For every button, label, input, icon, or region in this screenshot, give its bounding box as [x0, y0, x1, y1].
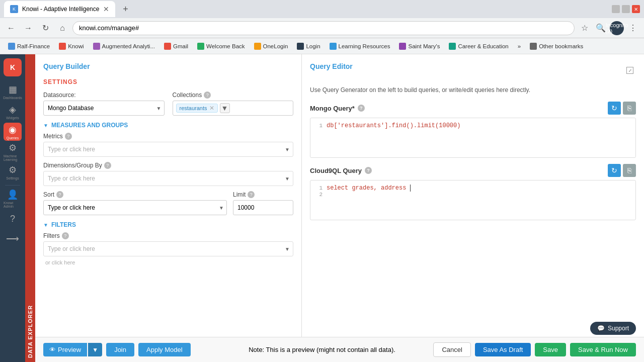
apply-model-button[interactable]: Apply Model	[138, 343, 191, 356]
bookmark-gmail[interactable]: Gmail	[160, 41, 192, 51]
sidebar-icon-settings[interactable]: ⚙ Settings	[4, 163, 22, 181]
query-builder-title: Query Builder	[43, 62, 293, 70]
queries-icon: ◉	[9, 124, 17, 135]
bottom-left-actions: 👁 Preview ▼ Join Apply Model	[43, 343, 191, 356]
dimensions-group: Dimensions/Group By ? Type or click here…	[43, 162, 293, 186]
filters-section-header[interactable]: ▼ FILTERS	[43, 221, 293, 228]
cloud9ql-code-line: 1 select grades, address	[314, 185, 631, 192]
collections-help-icon[interactable]: ?	[204, 92, 211, 99]
bookmark-saint-marys[interactable]: Saint Mary's	[395, 41, 444, 51]
join-button[interactable]: Join	[106, 343, 134, 356]
tab-favicon: K	[10, 5, 18, 13]
bookmark-augmented[interactable]: Augmented Analyti...	[89, 41, 159, 51]
sort-select[interactable]: Type or click here	[43, 200, 227, 215]
or-click-here-hint: or click here	[43, 259, 293, 265]
bookmark-onelogin[interactable]: OneLogin	[250, 41, 292, 51]
bookmark-button[interactable]: ☆	[578, 21, 592, 35]
sort-select-wrapper: Type or click here ▼	[43, 200, 227, 215]
sidebar-icon-admin[interactable]: 👤 Knowi Admin	[4, 190, 22, 208]
bottom-bar: 👁 Preview ▼ Join Apply Model Note: This …	[35, 337, 644, 362]
sidebar-icon-widgets[interactable]: ◈ Widgets	[4, 103, 22, 121]
tag-remove-button[interactable]: ✕	[209, 105, 214, 112]
welcome-back-label: Welcome Back	[206, 43, 245, 49]
menu-button[interactable]: ⋮	[626, 21, 640, 35]
bookmark-favicon	[8, 43, 15, 50]
tab-close-button[interactable]: ✕	[103, 5, 109, 13]
filter-help-icon[interactable]: ?	[62, 232, 69, 239]
bookmark-login[interactable]: Login	[293, 41, 324, 51]
bookmark-learning-resources[interactable]: Learning Resources	[326, 41, 394, 51]
datasource-select[interactable]: Mongo Database	[43, 101, 165, 116]
tag-add-button[interactable]: ▼	[220, 103, 230, 113]
bookmark-welcome-back[interactable]: Welcome Back	[193, 41, 249, 51]
dimensions-help-icon[interactable]: ?	[104, 162, 111, 169]
browser-nav: ← → ↻ ⌂ ☆ 🔍 Incognito (2) ⋮	[0, 18, 644, 38]
bookmarks-bar: Ralf-Finance Knowi Augmented Analyti... …	[0, 38, 644, 54]
help-icon: ?	[10, 214, 15, 224]
measures-chevron-icon: ▼	[43, 123, 48, 128]
cloud9ql-code-editor[interactable]: 1 select grades, address 2	[310, 180, 636, 220]
collections-tag-input[interactable]: restaurants ✕ ▼	[173, 101, 294, 116]
sidebar-separator	[5, 185, 20, 186]
mongo-refresh-button[interactable]: ↻	[608, 102, 621, 115]
new-tab-button[interactable]: +	[118, 2, 132, 16]
collections-group: Collections ? restaurants ✕ ▼	[173, 92, 294, 116]
mongo-query-section: Mongo Query* ? ↻ ⎘ 1 db['restaurants'].f…	[310, 102, 636, 158]
admin-icon: 👤	[7, 189, 18, 200]
limit-input[interactable]: 10000	[233, 200, 293, 215]
home-button[interactable]: ⌂	[55, 21, 69, 35]
mongo-code-editor[interactable]: 1 db['restaurants'].find().limit(10000)	[310, 118, 636, 158]
address-bar[interactable]	[72, 21, 575, 35]
preview-button[interactable]: 👁 Preview	[43, 343, 87, 356]
other-bookmarks[interactable]: Other bookmarks	[526, 41, 587, 51]
cloud9ql-copy-button[interactable]: ⎘	[623, 164, 636, 177]
maximize-button[interactable]	[622, 5, 630, 13]
bookmark-career-education[interactable]: Career & Education	[445, 41, 512, 51]
minimize-button[interactable]	[612, 5, 620, 13]
bookmark-favicon	[254, 43, 261, 50]
mongo-copy-button[interactable]: ⎘	[623, 102, 636, 115]
filters-input[interactable]: Type or click here ▼	[43, 241, 293, 256]
filters-group: Filters ? Type or click here ▼	[43, 232, 293, 256]
sidebar-icon-queries[interactable]: ◉ Queries	[4, 123, 22, 141]
sidebar-icon-ml[interactable]: ⚙ Machine Learning	[4, 143, 22, 161]
text-cursor	[410, 185, 411, 192]
cloud9ql-help-icon[interactable]: ?	[365, 167, 372, 174]
profile-button[interactable]: Incognito (2)	[610, 21, 624, 35]
sidebar-icon-login[interactable]: ⟶	[4, 230, 22, 248]
save-and-run-button[interactable]: Save & Run Now	[570, 343, 636, 356]
widgets-icon: ◈	[9, 104, 16, 115]
measures-section-header[interactable]: ▼ MEASURES AND GROUPS	[43, 122, 293, 129]
refresh-button[interactable]: ↻	[38, 21, 52, 35]
cloud9ql-query-header: Cloud9QL Query ? ↻ ⎘	[310, 164, 636, 177]
sort-help-icon[interactable]: ?	[56, 191, 63, 198]
mongo-query-help-icon[interactable]: ?	[358, 105, 365, 112]
fullscreen-icon: ⤢	[626, 67, 633, 74]
app-logo[interactable]: K	[4, 58, 22, 76]
back-button[interactable]: ←	[4, 21, 18, 35]
sidebar-icon-dashboard[interactable]: ▦ Dashboards	[4, 82, 22, 101]
sidebar-icon-help[interactable]: ?	[4, 210, 22, 228]
forward-button[interactable]: →	[21, 21, 35, 35]
data-explorer-tab[interactable]: DATA EXPLORER	[25, 54, 35, 362]
career-education-label: Career & Education	[458, 43, 508, 49]
limit-help-icon[interactable]: ?	[248, 191, 255, 198]
more-bookmarks-button[interactable]: »	[514, 42, 525, 51]
support-button[interactable]: 💬 Support	[590, 322, 636, 335]
active-tab[interactable]: K Knowi - Adaptive Intelligence ✕	[4, 1, 115, 17]
metrics-help-icon[interactable]: ?	[65, 133, 72, 140]
preview-dropdown-button[interactable]: ▼	[88, 343, 102, 356]
bookmark-favicon	[297, 43, 304, 50]
close-button[interactable]: ✕	[632, 5, 640, 13]
save-as-draft-button[interactable]: Save As Draft	[475, 343, 531, 356]
bookmark-ralf-finance[interactable]: Ralf-Finance	[4, 41, 54, 51]
save-button[interactable]: Save	[535, 343, 566, 356]
learning-resources-label: Learning Resources	[339, 43, 390, 49]
eye-icon: 👁	[49, 346, 56, 353]
metrics-input[interactable]: Type or click here ▼	[43, 142, 293, 157]
cancel-button[interactable]: Cancel	[433, 342, 470, 357]
fullscreen-button[interactable]: ⤢	[624, 64, 636, 76]
dimensions-input[interactable]: Type or click here ▼	[43, 171, 293, 186]
bookmark-knowi[interactable]: Knowi	[55, 41, 88, 51]
cloud9ql-refresh-button[interactable]: ↻	[608, 164, 621, 177]
